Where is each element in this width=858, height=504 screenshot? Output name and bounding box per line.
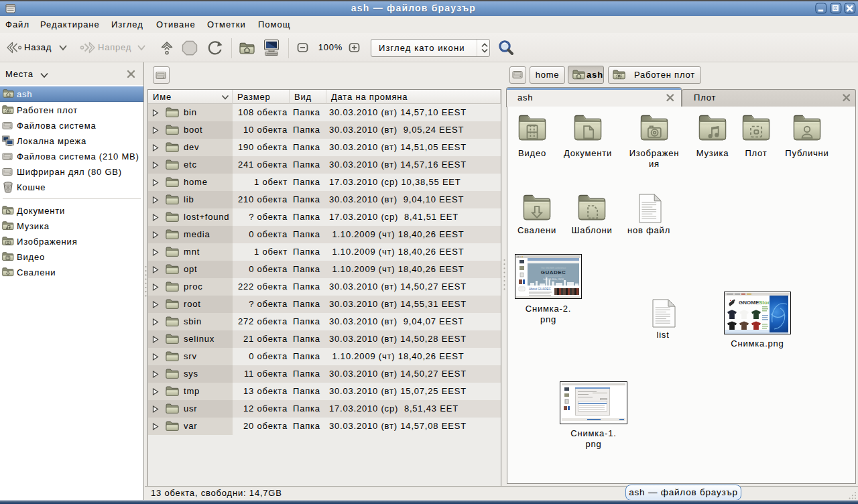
svg-text:GNOME: GNOME [739,300,759,306]
svg-text:About GUADEC: About GUADEC [529,288,552,291]
svg-text:GUADEC: GUADEC [541,269,566,275]
